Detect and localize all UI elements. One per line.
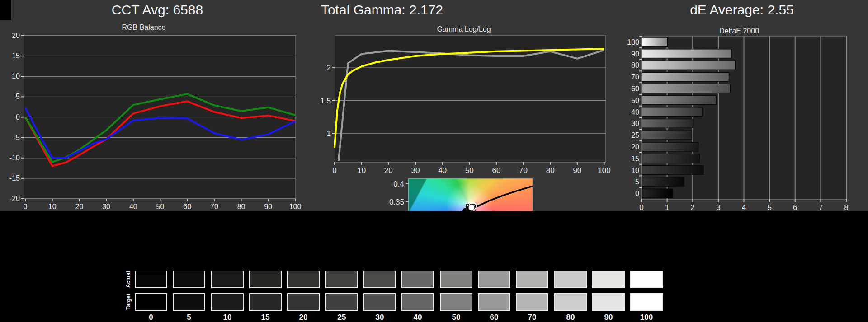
de-bar-70 [642,72,729,81]
axis-tick-label: 25 [631,131,639,139]
axis-tick-label: 20 [384,166,393,175]
de-bar-90 [642,49,731,58]
axis-tick-label: 15 [12,52,20,60]
swatch-level-label: 100 [627,313,665,322]
axis-tick-label: -10 [9,154,20,162]
swatch-actual-10 [211,271,244,288]
de-bar-20 [642,142,698,151]
de-bar-0 [642,189,673,198]
swatch-level-label: 40 [399,313,437,322]
de-bar-80 [642,61,736,70]
swatch-actual-20 [287,271,320,288]
swatch-level-label: 80 [552,313,590,322]
target-row-label: Target [125,293,132,311]
axis-tick-label: 0 [635,190,639,197]
de-bar-40 [642,107,702,117]
swatch-actual-80 [554,271,587,288]
axis-tick-label: 10 [48,203,57,210]
axis-tick-label: 30 [411,166,420,175]
deltae2000-chart: 012345678100908070605040302520151050 [628,0,868,211]
swatch-level-label: 90 [590,313,627,322]
calibration-report: CCT Avg: 6588 Total Gamma: 2.172 dE Aver… [0,0,868,322]
axis-tick-label: -20 [9,195,20,202]
swatch-level-label: 70 [513,313,551,322]
axis-tick-label: 100 [598,166,610,175]
axis-tick-label: 50 [631,97,639,104]
axis-tick-label: 10 [631,167,639,174]
swatch-target-60 [478,293,510,311]
axis-tick-label: 2 [327,64,331,72]
axis-tick-label: 40 [129,203,137,210]
axis-tick-label: 20 [75,203,84,210]
de-bar-5 [642,177,684,186]
de-bar-25 [642,131,692,140]
axis-tick-label: 0.4 [393,180,404,188]
axis-tick-label: 60 [492,166,500,175]
swatch-target-15 [249,293,282,311]
axis-tick-label: 20 [631,143,639,151]
swatch-level-label: 5 [170,313,208,322]
axis-tick-label: 100 [627,38,639,46]
swatch-level-label: 15 [246,313,284,322]
axis-tick-label: 5 [16,93,20,100]
axis-tick-label: 90 [573,166,581,175]
swatch-target-30 [363,293,396,311]
axis-tick-label: 70 [210,203,218,210]
axis-tick-label: 50 [156,203,165,210]
swatch-target-100 [630,293,663,311]
swatch-target-80 [554,293,587,311]
swatch-target-10 [211,293,244,311]
axis-tick-label: 40 [438,166,447,175]
swatch-actual-30 [363,271,396,288]
swatch-actual-40 [401,271,434,288]
swatch-actual-0 [135,271,167,288]
axis-tick-label: 40 [631,108,639,116]
axis-tick-label: 100 [289,203,302,210]
rgb-balance-chart: 20151050-5-10-15-20010203040506070809010… [0,0,316,211]
swatch-level-label: 30 [361,313,399,322]
axis-tick-label: 0 [24,203,28,210]
swatch-target-25 [326,293,358,311]
swatch-actual-15 [249,271,282,288]
axis-tick-label: 0 [16,113,20,121]
swatch-target-40 [401,293,434,311]
swatch-actual-70 [516,271,548,288]
swatch-actual-25 [326,271,358,288]
swatch-actual-60 [478,271,510,288]
axis-tick-label: 10 [12,72,20,80]
axis-tick-label: 1 [327,129,331,138]
axis-tick-label: 50 [465,166,474,175]
axis-tick-label: 30 [631,120,639,127]
swatch-actual-5 [173,271,205,288]
de-bar-15 [642,154,699,163]
swatch-target-90 [592,293,625,311]
swatch-level-label: 25 [323,313,361,322]
axis-tick-label: 1.5 [320,97,331,105]
de-bar-60 [642,84,730,93]
swatch-level-label: 50 [437,313,475,322]
swatch-level-label: 0 [132,313,170,322]
swatch-target-50 [440,293,472,311]
de-bar-10 [642,166,703,175]
axis-tick-label: 30 [102,203,110,210]
swatch-target-20 [287,293,320,311]
axis-tick-label: 90 [631,50,639,58]
de-bar-100 [642,37,668,47]
axis-tick-label: 80 [546,166,555,175]
axis-tick-label: -15 [9,174,20,182]
axis-tick-label: 0.35 [389,198,404,206]
swatch-actual-50 [440,271,472,288]
axis-tick-label: 90 [264,203,272,210]
axis-tick-label: 5 [635,178,639,186]
grayscale-swatch-strip: Actual Target 05101520253040506070809010… [0,211,868,322]
actual-row-label: Actual [125,271,132,288]
axis-tick-label: 60 [631,85,639,93]
swatch-target-5 [173,293,205,311]
axis-tick-label: -5 [14,134,20,141]
axis-tick-label: 70 [631,73,639,81]
axis-tick-label: 20 [12,32,20,39]
de-bar-30 [642,119,693,128]
swatch-level-label: 60 [475,313,513,322]
de-bar-50 [642,96,716,105]
axis-tick-label: 10 [357,166,366,175]
